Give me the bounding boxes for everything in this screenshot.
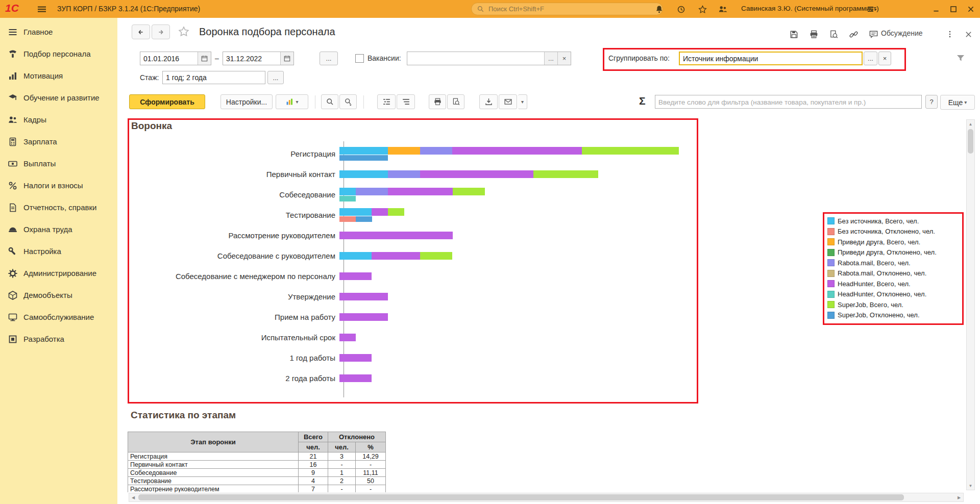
sum-sigma-icon[interactable]: Σ bbox=[639, 95, 646, 107]
zoom-settings-button[interactable] bbox=[339, 94, 357, 109]
legend-item[interactable]: Без источника, Отклонено, чел. bbox=[827, 226, 937, 237]
legend-item[interactable]: Rabota.mail, Всего, чел. bbox=[827, 258, 937, 268]
sidebar-item-recruitment[interactable]: Подбор персонала bbox=[0, 43, 117, 65]
bar-segment-hh_total[interactable] bbox=[339, 354, 372, 362]
save-icon[interactable] bbox=[786, 27, 801, 42]
bar-segment-no_source_total[interactable] bbox=[339, 208, 372, 216]
legend-item[interactable]: SuperJob, Отклонено, чел. bbox=[827, 310, 937, 321]
bar-segment-no_source_total[interactable] bbox=[339, 170, 388, 178]
bar-segment-no_source_total[interactable] bbox=[339, 188, 356, 195]
more-actions-dots-icon[interactable] bbox=[944, 27, 955, 42]
favorite-page-star-icon[interactable] bbox=[178, 26, 190, 40]
window-maximize-icon[interactable] bbox=[946, 3, 961, 15]
scroll-up-icon[interactable]: ▲ bbox=[967, 120, 974, 128]
bar-segment-hh_total[interactable] bbox=[339, 313, 388, 321]
legend-item[interactable]: HeadHunter, Всего, чел. bbox=[827, 279, 937, 289]
print-icon[interactable] bbox=[806, 27, 821, 42]
sidebar-item-development[interactable]: Разработка bbox=[0, 328, 117, 350]
back-button[interactable] bbox=[132, 24, 150, 39]
date-from-input[interactable] bbox=[140, 52, 198, 65]
bar-segment-superjob_total[interactable] bbox=[582, 147, 679, 155]
discussion-icon[interactable] bbox=[866, 27, 881, 42]
global-search-input[interactable] bbox=[487, 5, 657, 13]
discussion-label[interactable]: Обсуждение bbox=[881, 29, 923, 37]
scroll-right-icon[interactable]: ▶ bbox=[955, 493, 963, 501]
bar-segment-hh_total[interactable] bbox=[339, 272, 372, 280]
bar-segment-hh_total[interactable] bbox=[339, 374, 372, 382]
filter-funnel-icon[interactable] bbox=[955, 53, 966, 65]
service-menu-icon[interactable] bbox=[866, 4, 878, 15]
horizontal-scrollbar[interactable]: ◀ ▶ bbox=[129, 493, 964, 502]
sidebar-item-administration[interactable]: Администрирование bbox=[0, 262, 117, 284]
date-to-input[interactable] bbox=[223, 52, 280, 65]
sidebar-item-self-service[interactable]: Самообслуживание bbox=[0, 306, 117, 328]
download-button[interactable] bbox=[479, 94, 498, 109]
legend-item[interactable]: Приведи друга, Отклонено, чел. bbox=[827, 247, 937, 258]
history-icon[interactable] bbox=[675, 4, 687, 15]
sidebar-item-motivation[interactable]: Мотивация bbox=[0, 65, 117, 87]
vacancies-input[interactable] bbox=[407, 52, 544, 65]
group-by-select-button[interactable]: ... bbox=[864, 52, 877, 65]
legend-item[interactable]: SuperJob, Всего, чел. bbox=[827, 299, 937, 310]
group-by-input[interactable] bbox=[679, 52, 863, 65]
sidebar-item-hr[interactable]: Кадры bbox=[0, 109, 117, 131]
current-user[interactable]: Савинская З.Ю. (Системный программист) bbox=[741, 5, 879, 12]
favorites-star-icon[interactable] bbox=[696, 4, 708, 15]
bar-segment-superjob_total[interactable] bbox=[533, 170, 598, 178]
collapse-groups-button[interactable] bbox=[377, 94, 396, 109]
close-report-icon[interactable] bbox=[961, 27, 976, 42]
notifications-bell-icon[interactable] bbox=[653, 4, 665, 15]
vacancies-select-button[interactable]: ... bbox=[544, 52, 557, 65]
link-icon[interactable] bbox=[846, 27, 861, 42]
bar-segment-hh_total[interactable] bbox=[372, 208, 388, 216]
bar-segment-rabota_total[interactable] bbox=[388, 170, 420, 178]
period-options-button[interactable]: ... bbox=[320, 52, 338, 65]
main-menu-icon[interactable] bbox=[36, 4, 48, 15]
sidebar-item-salary[interactable]: Зарплата bbox=[0, 131, 117, 153]
users-icon[interactable] bbox=[717, 4, 729, 15]
vacancies-checkbox[interactable] bbox=[355, 54, 364, 63]
scroll-left-icon[interactable]: ◀ bbox=[129, 493, 137, 501]
more-button[interactable]: Еще ▾ bbox=[940, 95, 975, 110]
settings-button[interactable]: Настройки... bbox=[220, 94, 273, 109]
legend-item[interactable]: Rabota.mail, Отклонено, чел. bbox=[827, 268, 937, 279]
scroll-down-icon[interactable]: ▼ bbox=[967, 482, 974, 490]
legend-item[interactable]: Без источника, Всего, чел. bbox=[827, 216, 937, 226]
bar-segment-hh_declined[interactable] bbox=[339, 196, 356, 201]
window-close-icon[interactable] bbox=[964, 3, 978, 15]
experience-input[interactable] bbox=[162, 71, 265, 84]
chart-type-button[interactable]: ▾ bbox=[276, 94, 308, 109]
sidebar-item-reporting[interactable]: Отчетность, справки bbox=[0, 196, 117, 218]
bar-segment-superjob_total[interactable] bbox=[420, 252, 452, 260]
forward-button[interactable] bbox=[152, 24, 170, 39]
global-search[interactable] bbox=[471, 3, 663, 15]
quick-filter-input[interactable] bbox=[655, 95, 922, 109]
expand-groups-button[interactable] bbox=[397, 94, 415, 109]
sidebar-item-main[interactable]: Главное bbox=[0, 21, 117, 43]
generate-button[interactable]: Сформировать bbox=[129, 94, 205, 109]
legend-item[interactable]: HeadHunter, Отклонено, чел. bbox=[827, 289, 937, 300]
bar-segment-superjob_total[interactable] bbox=[388, 208, 404, 216]
vertical-scrollbar-thumb[interactable] bbox=[968, 129, 973, 154]
experience-options-button[interactable]: ... bbox=[267, 71, 284, 84]
bar-segment-superjob_total[interactable] bbox=[453, 188, 485, 195]
vertical-scrollbar[interactable]: ▲ ▼ bbox=[966, 119, 975, 490]
horizontal-scrollbar-thumb[interactable] bbox=[138, 494, 904, 500]
window-minimize-icon[interactable] bbox=[929, 3, 943, 15]
toolbar-print-button[interactable] bbox=[429, 94, 446, 109]
bar-segment-hh_total[interactable] bbox=[339, 293, 388, 300]
bar-segment-hh_total[interactable] bbox=[339, 334, 356, 341]
bar-segment-no_source_total[interactable] bbox=[339, 252, 372, 260]
calendar-icon[interactable] bbox=[198, 52, 211, 65]
bar-segment-rabota_total[interactable] bbox=[420, 147, 452, 155]
bar-segment-hh_total[interactable] bbox=[420, 170, 533, 178]
bar-segment-hh_total[interactable] bbox=[339, 232, 453, 239]
toolbar-preview-button[interactable] bbox=[447, 94, 464, 109]
email-options-chevron-icon[interactable]: ▾ bbox=[518, 94, 527, 109]
send-email-button[interactable] bbox=[499, 94, 517, 109]
bar-segment-hh_total[interactable] bbox=[372, 252, 420, 260]
vacancies-clear-icon[interactable]: × bbox=[557, 52, 571, 65]
sidebar-item-payments[interactable]: Выплаты bbox=[0, 153, 117, 174]
bar-segment-friend_total[interactable] bbox=[388, 147, 420, 155]
bar-segment-hh_total[interactable] bbox=[388, 188, 453, 195]
